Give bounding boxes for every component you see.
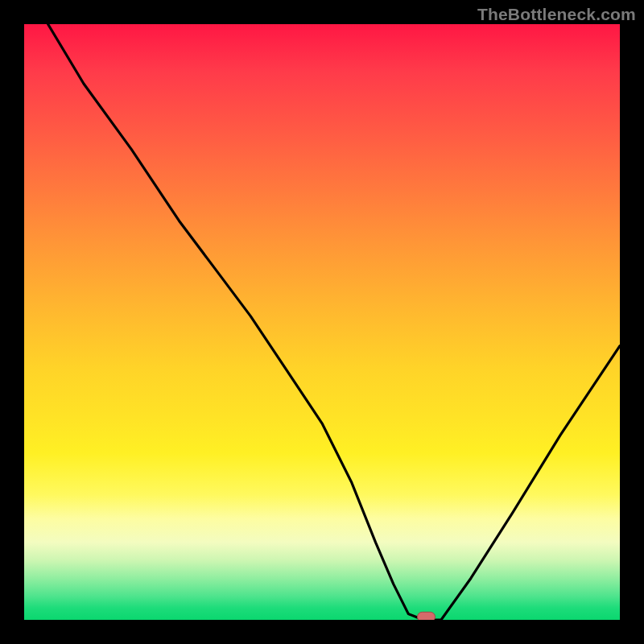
watermark-text: TheBottleneck.com xyxy=(477,5,636,24)
minimum-marker xyxy=(418,612,436,620)
bottleneck-curve-svg xyxy=(24,24,620,620)
bottleneck-curve-path xyxy=(48,24,620,620)
plot-area xyxy=(24,24,620,620)
chart-frame: TheBottleneck.com xyxy=(0,0,644,644)
